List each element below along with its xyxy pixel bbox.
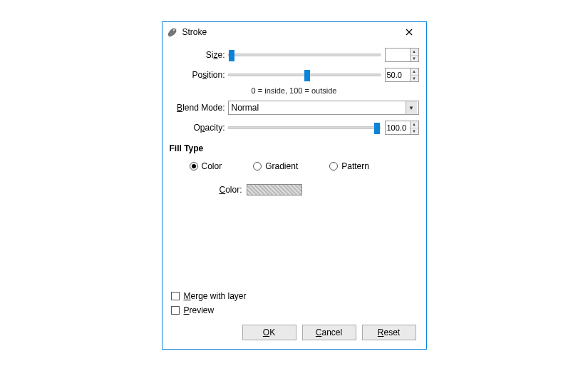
radio-icon xyxy=(190,162,198,171)
radio-icon xyxy=(253,162,262,171)
chevron-down-icon[interactable]: ▼ xyxy=(406,101,417,114)
opacity-slider-thumb[interactable] xyxy=(374,123,380,134)
up-arrow-icon[interactable]: ▲ xyxy=(411,121,418,128)
merge-check-row[interactable]: Merge with layer xyxy=(170,289,419,303)
opacity-row: Opacity: ▲ ▼ xyxy=(170,119,419,136)
preview-checkbox[interactable] xyxy=(171,306,180,315)
size-row: Size: ▲ ▼ xyxy=(170,46,419,63)
preview-check-row[interactable]: Preview xyxy=(170,303,419,317)
fill-pattern-radio[interactable]: Pattern xyxy=(329,161,369,171)
position-spinbox[interactable]: ▲ ▼ xyxy=(385,68,419,82)
fill-type-radios: Color Gradient Pattern xyxy=(170,159,419,173)
ok-button[interactable]: OK xyxy=(242,325,296,340)
position-slider[interactable] xyxy=(228,73,381,76)
dialog-body: Size: ▲ ▼ Position: xyxy=(163,42,426,349)
opacity-input[interactable] xyxy=(386,121,410,134)
merge-label: Merge with layer xyxy=(184,291,247,301)
position-label: Position: xyxy=(170,70,228,80)
color-label: Color: xyxy=(220,185,242,195)
opacity-spin-arrows[interactable]: ▲ ▼ xyxy=(410,121,418,134)
color-swatch-button[interactable] xyxy=(247,184,302,195)
radio-icon xyxy=(329,162,338,171)
fill-pattern-label: Pattern xyxy=(341,161,369,171)
merge-checkbox[interactable] xyxy=(171,292,180,300)
cancel-button[interactable]: Cancel xyxy=(302,325,356,340)
up-arrow-icon[interactable]: ▲ xyxy=(411,68,418,76)
size-spin-arrows[interactable]: ▲ ▼ xyxy=(410,49,418,61)
color-row: Color: xyxy=(170,182,419,198)
size-slider[interactable] xyxy=(228,54,381,56)
position-slider-thumb[interactable] xyxy=(304,70,310,81)
fill-color-radio[interactable]: Color xyxy=(190,161,222,171)
size-spinbox[interactable]: ▲ ▼ xyxy=(385,48,419,62)
fill-color-label: Color xyxy=(202,161,222,171)
blend-mode-select[interactable]: Normal ▼ xyxy=(228,101,419,115)
stroke-dialog: Stroke Size: ▲ ▼ Posit xyxy=(162,21,427,350)
size-slider-thumb[interactable] xyxy=(229,50,234,61)
blend-mode-row: Blend Mode: Normal ▼ xyxy=(170,99,419,116)
position-row: Position: ▲ ▼ xyxy=(170,66,419,83)
opacity-label: Opacity: xyxy=(170,123,228,133)
fill-type-heading: Fill Type xyxy=(170,143,419,153)
button-row: OK Cancel Reset xyxy=(170,317,419,347)
dialog-title: Stroke xyxy=(182,27,396,37)
down-arrow-icon[interactable]: ▼ xyxy=(411,128,418,135)
blend-mode-label: Blend Mode: xyxy=(170,103,228,113)
close-button[interactable] xyxy=(396,24,422,41)
close-icon xyxy=(406,29,413,36)
opacity-spinbox[interactable]: ▲ ▼ xyxy=(385,121,419,135)
reset-button[interactable]: Reset xyxy=(362,325,416,340)
titlebar: Stroke xyxy=(163,22,426,42)
position-input[interactable] xyxy=(386,68,410,81)
position-spin-arrows[interactable]: ▲ ▼ xyxy=(410,68,418,81)
up-arrow-icon[interactable]: ▲ xyxy=(411,49,418,56)
blend-mode-value: Normal xyxy=(232,103,406,113)
position-hint: 0 = inside, 100 = outside xyxy=(170,86,419,95)
down-arrow-icon[interactable]: ▼ xyxy=(411,76,418,82)
size-label: Size: xyxy=(170,50,228,60)
app-icon xyxy=(167,26,178,38)
fill-gradient-label: Gradient xyxy=(265,161,298,171)
svg-point-0 xyxy=(173,29,175,31)
opacity-slider[interactable] xyxy=(228,126,381,129)
fill-gradient-radio[interactable]: Gradient xyxy=(253,161,298,171)
size-input[interactable] xyxy=(386,49,410,61)
down-arrow-icon[interactable]: ▼ xyxy=(411,56,418,62)
preview-label: Preview xyxy=(184,305,215,315)
